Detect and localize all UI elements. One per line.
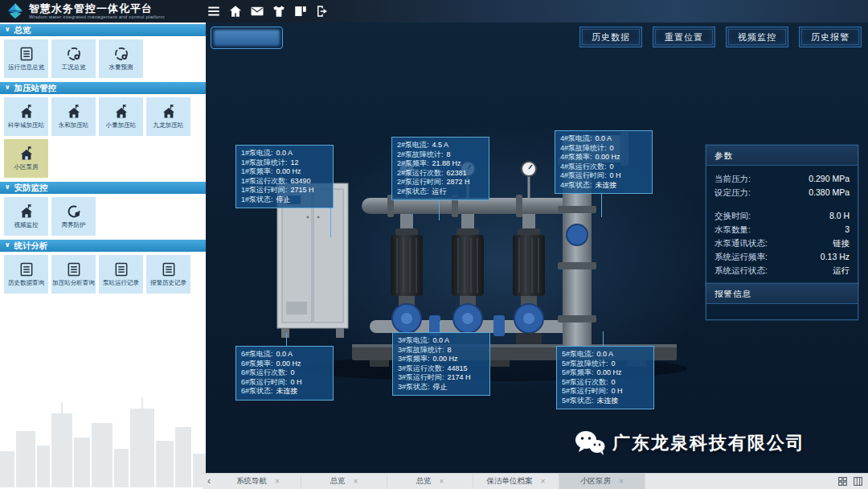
sidebar-section-items: 运行信息总览工况总览水量预测	[0, 36, 206, 80]
report-icon	[66, 261, 82, 277]
home-icon[interactable]	[228, 4, 243, 18]
logout-icon[interactable]	[315, 4, 330, 18]
sidebar-item[interactable]: 历史数据查询	[4, 255, 48, 294]
pump-info-row: 4#泵故障统计:0	[560, 144, 647, 154]
toolbar-button[interactable]: 视频监控	[726, 27, 788, 47]
sidebar-section-header[interactable]: ∨统计分析	[0, 240, 206, 252]
close-tab-icon[interactable]: ×	[275, 477, 280, 486]
pump-info-value: 0.00 Hz	[597, 368, 622, 378]
parameter-value: 运行	[833, 264, 850, 277]
sidebar-section-items: 历史数据查询加压站分析查询泵站运行记录报警历史记录	[0, 252, 206, 296]
bottom-tab[interactable]: 系统导航×	[215, 474, 301, 489]
connector-line	[286, 333, 287, 346]
toolbar-button[interactable]: 历史报警	[799, 27, 862, 47]
pump-info-row: 4#泵状态:未连接	[560, 181, 647, 191]
pump-info-row: 1#泵频率:0.00 Hz	[241, 167, 328, 177]
sidebar-item-label: 九龙加压站	[153, 122, 185, 129]
bottom-tab-bar: ‹ 系统导航×总览×总览×保洁单位档案×小区泵房×	[203, 473, 868, 489]
sidebar-item[interactable]: 水量预测	[99, 39, 143, 78]
parameter-label: 水泵通讯状态:	[714, 236, 768, 250]
pump-info-value: 停止	[276, 195, 291, 205]
menu-icon[interactable]	[207, 4, 221, 18]
connector-line	[601, 191, 602, 217]
sidebar-item[interactable]: 小区泵房	[4, 139, 48, 178]
pump-info-label: 5#泵状态:	[562, 397, 594, 406]
sidebar-item-label: 报警历史记录	[149, 280, 187, 287]
connector-line	[330, 206, 331, 237]
pump-info-value: 0.0 A	[597, 350, 614, 360]
sidebar-item[interactable]: 泵站运行记录	[99, 255, 143, 294]
header: 智慧水务管控一体化平台 Wisdom water integrated mana…	[0, 0, 868, 23]
sidebar-item-label: 视频监控	[14, 222, 39, 229]
sidebar-item[interactable]: 小量加压站	[99, 97, 143, 136]
pump-info-value: 0	[610, 162, 614, 172]
close-tab-icon[interactable]: ×	[440, 477, 444, 486]
sidebar-item[interactable]: 周界防护	[51, 197, 96, 236]
main-canvas: 历史数据重置位置视频监控历史报警	[206, 23, 868, 473]
pump-info-label: 1#泵状态:	[241, 195, 273, 205]
sidebar-section-header[interactable]: ∨加压站管控	[0, 82, 206, 94]
grid-icon[interactable]	[837, 476, 848, 487]
bottom-tab[interactable]: 保洁单位档案×	[473, 474, 559, 489]
close-tab-icon[interactable]: ×	[354, 477, 358, 486]
pump-info-row: 6#泵频率:0.00 Hz	[241, 360, 328, 369]
bottom-tab[interactable]: 小区泵房×	[559, 474, 645, 489]
pump-info-row: 1#泵运行时间:2715 H	[241, 186, 328, 195]
pump-info-value: 0 H	[612, 387, 623, 397]
sidebar-item[interactable]: 加压站分析查询	[51, 255, 96, 294]
sidebar-section-header[interactable]: ∨总览	[0, 24, 206, 36]
pump-info-value: 4.5 A	[432, 141, 449, 150]
mail-icon[interactable]	[250, 4, 264, 18]
pump-info-label: 2#泵状态:	[397, 187, 429, 197]
pump-info-label: 3#泵状态:	[398, 383, 430, 392]
sidebar-item[interactable]: 运行信息总览	[4, 39, 48, 78]
close-tab-icon[interactable]: ×	[541, 477, 546, 486]
logo-icon	[6, 2, 24, 20]
pump-info-row: 2#泵运行时间:2872 H	[397, 178, 484, 187]
columns-icon[interactable]	[853, 476, 863, 487]
sidebar-section-title: 总览	[14, 25, 31, 36]
pump-info-value: 0 H	[610, 171, 621, 181]
bottom-tab-label: 小区泵房	[580, 476, 611, 487]
toolbar-button[interactable]: 重置位置	[653, 27, 715, 47]
pump-info-box: 5#泵电流:0.0 A5#泵故障统计:05#泵频率:0.00 Hz5#泵运行次数…	[556, 346, 654, 409]
sidebar-item[interactable]: 工况总览	[51, 39, 96, 78]
parameter-label: 系统运行频率:	[714, 250, 768, 264]
parameter-row: 当前压力:0.290 MPa	[714, 172, 850, 186]
gauge-icon	[113, 46, 129, 62]
pump-info-label: 2#泵故障统计:	[397, 150, 444, 160]
bottom-tab[interactable]: 总览×	[387, 474, 473, 489]
pump-info-label: 6#泵频率:	[241, 360, 273, 369]
toolbar-button[interactable]: 历史数据	[579, 27, 642, 47]
sidebar-section-header[interactable]: ∨安防监控	[0, 182, 206, 194]
sidebar-section-items: 科学城加压站永和加压站小量加压站九龙加压站小区泵房	[0, 94, 206, 180]
pump-info-box: 1#泵电流:0.0 A1#泵故障统计:121#泵频率:0.00 Hz1#泵运行次…	[235, 145, 334, 208]
pump-info-row: 1#泵运行次数:63490	[241, 177, 328, 187]
sidebar-item[interactable]: 科学城加压站	[4, 97, 48, 136]
sidebar-item[interactable]: 永和加压站	[51, 97, 96, 136]
station-name-button-blurred[interactable]	[211, 27, 283, 49]
report-icon	[113, 261, 129, 277]
sidebar-item[interactable]: 报警历史记录	[146, 255, 190, 294]
connector-line	[603, 331, 604, 346]
chevron-left-icon[interactable]: ‹	[203, 474, 215, 489]
layout-icon[interactable]	[293, 4, 308, 18]
gauge-icon	[66, 46, 82, 62]
pump-info-label: 2#泵运行次数:	[397, 169, 444, 179]
pump-info-value: 未连接	[597, 397, 619, 406]
pump-info-box: 6#泵电流:0.0 A6#泵频率:0.00 Hz6#泵运行次数:06#泵运行时间…	[235, 346, 334, 401]
chevron-down-icon: ∨	[5, 184, 10, 191]
pump-info-box: 2#泵电流:4.5 A2#泵故障统计:82#泵频率:21.88 Hz2#泵运行次…	[391, 137, 489, 200]
pump-info-row: 3#泵频率:0.00 Hz	[398, 355, 485, 364]
house-icon	[18, 146, 35, 162]
pump-info-row: 2#泵运行次数:62381	[397, 169, 484, 179]
close-tab-icon[interactable]: ×	[619, 477, 624, 486]
sidebar-item[interactable]: 视频监控	[4, 197, 48, 236]
sidebar-item[interactable]: 九龙加压站	[146, 97, 190, 136]
pump-info-value: 12	[291, 158, 299, 168]
pump-info-value: 0.0 A	[276, 149, 293, 158]
bottom-tab[interactable]: 总览×	[301, 474, 387, 489]
pump-info-label: 2#泵频率:	[397, 159, 429, 169]
tshirt-icon[interactable]	[272, 4, 286, 18]
pump-info-value: 0	[610, 144, 614, 154]
